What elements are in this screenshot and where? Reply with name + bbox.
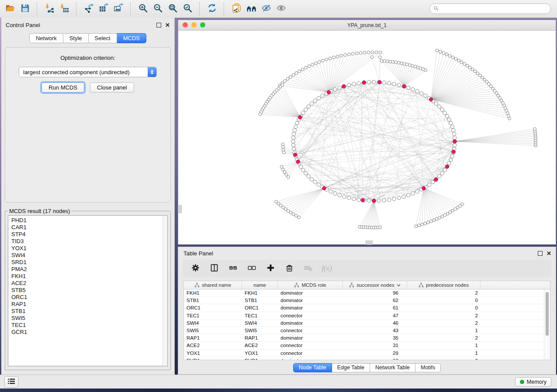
show-columns-button[interactable]	[208, 263, 220, 274]
hide-selected-button[interactable]	[259, 2, 273, 16]
first-neighbors-button[interactable]	[244, 2, 259, 16]
column-header-predecessor-nodes[interactable]: predecessor nodes	[407, 281, 481, 289]
network-window-titlebar[interactable]: YPA_prune.txt_1	[178, 20, 556, 31]
table-header-row: shared name name MCDS role successor nod…	[184, 281, 550, 289]
zoom-fit-button[interactable]	[165, 2, 180, 16]
list-item[interactable]: STB1	[11, 308, 167, 315]
select-all-button[interactable]	[227, 263, 239, 274]
list-item[interactable]: TEC1	[11, 322, 167, 329]
search-input[interactable]	[441, 4, 550, 13]
table-row[interactable]: RAP1RAP1dominator352	[184, 334, 550, 342]
table-row[interactable]: ORC1ORC1dominator610	[184, 304, 550, 312]
tab-network-table[interactable]: Network Table	[370, 363, 415, 372]
mcds-result-list[interactable]: PHD1 CAR1 STP4 TID3 YOX1 SWI4 SRD1 PMA2 …	[8, 215, 168, 366]
delete-column-button[interactable]	[284, 263, 295, 274]
save-session-button[interactable]	[17, 2, 32, 16]
column-header-shared-name[interactable]: shared name	[184, 281, 242, 289]
network-graph[interactable]	[178, 31, 556, 244]
import-network-icon	[45, 3, 55, 15]
checked-boxes-icon	[228, 263, 238, 274]
split-pane-handle[interactable]	[178, 205, 182, 213]
float-panel-icon[interactable]	[156, 23, 161, 28]
list-item[interactable]: SWI4	[11, 252, 167, 259]
table-row[interactable]: FKH1FKH1dominator962	[184, 289, 550, 297]
table-row[interactable]: SWI5SWI5connector431	[184, 327, 550, 334]
clone-network-button[interactable]	[229, 2, 244, 16]
zoom-in-button[interactable]	[135, 2, 150, 16]
toolbar-separator	[224, 2, 225, 15]
refresh-layout-button[interactable]	[204, 2, 219, 16]
table-row[interactable]: STB1STB1dominator620	[184, 297, 550, 304]
control-panel-tabbar: Network Style Select MCDS	[1, 33, 174, 43]
list-item[interactable]: PHD1	[11, 217, 167, 224]
show-all-button[interactable]	[273, 2, 288, 16]
import-table-button[interactable]	[57, 2, 72, 16]
add-column-button[interactable]	[265, 263, 276, 274]
dropdown-stepper-icon	[148, 67, 156, 77]
network-view-window: YPA_prune.txt_1	[178, 20, 556, 244]
table-settings-button[interactable]	[190, 263, 201, 274]
table-row[interactable]: TEC1TEC1connector472	[184, 312, 550, 320]
table-toolbar: f(x)	[183, 260, 551, 277]
list-item[interactable]: GCR1	[11, 329, 167, 336]
table-footer-tabs: Node Table Edge Table Network Table Moti…	[178, 363, 556, 372]
search-box[interactable]	[429, 3, 551, 14]
tab-edge-table[interactable]: Edge Table	[332, 363, 370, 372]
task-history-button[interactable]	[4, 376, 18, 388]
minimize-traffic-light[interactable]	[191, 22, 197, 28]
toolbar-separator	[130, 2, 131, 15]
close-panel-button[interactable]: Close panel	[90, 83, 134, 93]
list-item[interactable]: YOX1	[11, 245, 167, 252]
mcds-result-group: MCDS result (17 nodes) PHD1 CAR1 STP4 TI…	[5, 208, 171, 370]
tab-network[interactable]: Network	[29, 33, 63, 43]
zoom-selected-button[interactable]	[180, 2, 195, 16]
export-table-button[interactable]	[96, 2, 111, 16]
column-header-filler	[481, 281, 550, 289]
list-item[interactable]: SRD1	[11, 259, 167, 266]
tab-mcds[interactable]: MCDS	[117, 33, 146, 43]
table-row[interactable]: PHD1PHD1dominator180	[184, 357, 550, 360]
zoom-out-button[interactable]	[150, 2, 165, 16]
list-item[interactable]: STP4	[11, 231, 167, 238]
tab-motifs[interactable]: Motifs	[415, 363, 441, 372]
deselect-all-button[interactable]	[246, 263, 257, 274]
column-header-successor-nodes[interactable]: successor nodes	[343, 281, 407, 289]
cytoscape-app: Control Panel ✕ Network Style Select MCD…	[0, 0, 557, 392]
list-item[interactable]: TID3	[11, 238, 167, 245]
list-item[interactable]: PMA2	[11, 266, 167, 273]
tab-select[interactable]: Select	[89, 33, 117, 43]
zoom-traffic-light[interactable]	[200, 22, 205, 28]
table-scrollbar[interactable]	[544, 289, 550, 360]
export-image-button[interactable]	[111, 2, 126, 16]
list-item[interactable]: FKH1	[11, 273, 167, 280]
save-floppy-icon	[20, 3, 30, 15]
export-network-button[interactable]	[81, 2, 96, 16]
node-table: shared name name MCDS role successor nod…	[183, 281, 550, 360]
list-item[interactable]: ACE2	[11, 280, 167, 287]
tab-node-table[interactable]: Node Table	[293, 363, 332, 372]
table-row[interactable]: SWI4SWI4dominator462	[184, 320, 550, 327]
import-network-button[interactable]	[42, 2, 57, 16]
close-traffic-light[interactable]	[183, 22, 188, 28]
memory-button[interactable]: Memory	[515, 377, 551, 387]
list-item[interactable]: STB5	[11, 287, 167, 294]
open-session-button[interactable]	[3, 2, 17, 16]
column-header-mcds-role[interactable]: MCDS role	[278, 281, 343, 289]
list-scrollbar[interactable]	[163, 216, 167, 365]
split-pane-handle[interactable]	[366, 241, 373, 245]
list-item[interactable]: CAR1	[11, 224, 167, 231]
float-panel-icon[interactable]	[538, 251, 543, 256]
column-header-name[interactable]: name	[242, 281, 278, 289]
list-item[interactable]: ORC1	[11, 294, 167, 301]
table-row[interactable]: ACE2ACE2connector311	[184, 342, 550, 349]
list-item[interactable]: RAP1	[11, 301, 167, 308]
optimization-criterion-select[interactable]: largest connected component (undirected)	[19, 67, 157, 77]
table-row[interactable]: YOX1YOX1connector291	[184, 350, 550, 357]
close-panel-icon[interactable]: ✕	[547, 251, 551, 256]
run-mcds-button[interactable]: Run MCDS	[42, 83, 84, 93]
tab-style[interactable]: Style	[63, 33, 89, 43]
close-panel-icon[interactable]: ✕	[165, 22, 170, 28]
list-item[interactable]: SWI5	[11, 315, 167, 322]
scrollbar-thumb[interactable]	[546, 292, 549, 336]
network-canvas[interactable]	[178, 31, 556, 244]
